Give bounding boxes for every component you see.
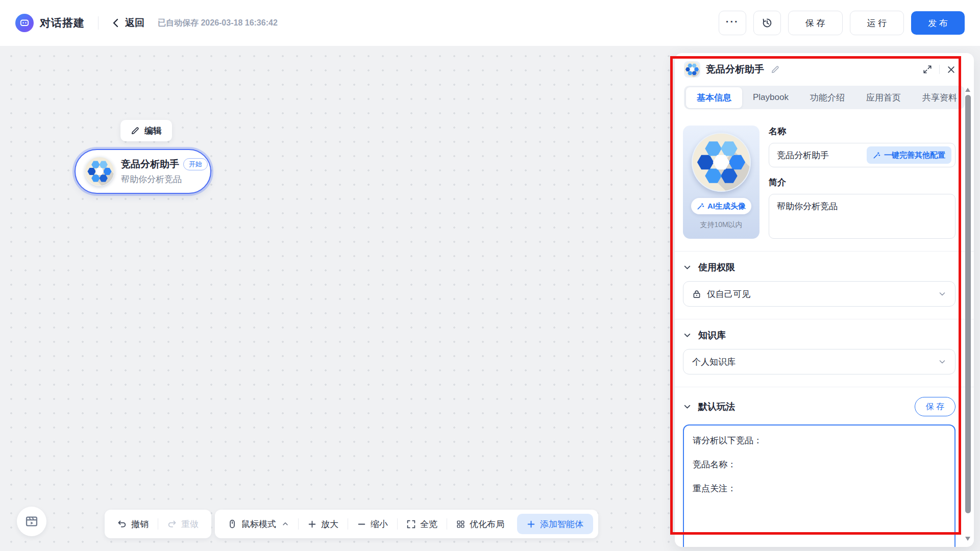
scroll-down-arrow[interactable]	[965, 537, 970, 541]
pencil-icon	[771, 65, 780, 74]
caret-up-icon	[282, 520, 289, 528]
publish-button[interactable]: 发 布	[911, 11, 965, 35]
chat-logo-icon	[19, 18, 30, 28]
optimize-layout-button[interactable]: 优化布局	[449, 514, 512, 534]
redo-label: 重做	[181, 518, 199, 530]
divider	[675, 387, 974, 387]
panel-avatar	[684, 61, 700, 78]
run-button[interactable]: 运 行	[850, 11, 904, 35]
save-button[interactable]: 保 存	[788, 11, 843, 35]
divider	[939, 65, 940, 74]
name-value: 竞品分析助手	[777, 149, 867, 161]
chevron-down-icon[interactable]	[683, 331, 692, 340]
chevron-down-icon[interactable]	[683, 263, 692, 272]
avatar-card: AI生成头像 支持10M以内	[683, 126, 760, 239]
intro-textarea[interactable]: 帮助你分析竞品	[769, 194, 955, 239]
chevron-down-icon	[938, 290, 946, 298]
undo-button[interactable]: 撤销	[110, 514, 156, 534]
default-play-line: 竞品名称：	[693, 459, 946, 470]
tutorial-video-button[interactable]	[17, 507, 46, 536]
fit-view-label: 全览	[420, 518, 437, 530]
mouse-mode-button[interactable]: 鼠标模式	[220, 514, 297, 534]
chevron-down-icon[interactable]	[683, 403, 692, 411]
permission-select[interactable]: 仅自己可见	[683, 281, 955, 307]
close-panel-button[interactable]	[947, 65, 955, 74]
tab-basic-info[interactable]: 基本信息	[686, 87, 742, 108]
fullscreen-icon	[407, 520, 415, 529]
name-label: 名称	[769, 126, 955, 137]
app-logo	[15, 14, 34, 32]
expand-icon	[923, 65, 932, 74]
agent-node-subtitle: 帮助你分析竞品	[121, 173, 201, 185]
tab-shared-materials[interactable]: 共享资料	[912, 87, 968, 108]
zoom-out-label: 缩小	[371, 518, 388, 530]
undo-redo-toolbar: 撤销 重做	[105, 510, 211, 538]
add-agent-label: 添加智能体	[540, 518, 583, 530]
chevron-left-icon	[112, 18, 120, 28]
default-play-textarea[interactable]: 请分析以下竞品： 竞品名称： 重点关注：	[683, 424, 955, 547]
add-agent-button[interactable]: 添加智能体	[517, 514, 593, 534]
minus-icon	[357, 520, 366, 529]
agent-node-title: 竞品分析助手	[121, 158, 179, 171]
tab-app-home[interactable]: 应用首页	[855, 87, 912, 108]
undo-icon	[117, 519, 127, 529]
app-title: 对话搭建	[40, 16, 85, 30]
default-play-save-button[interactable]: 保 存	[915, 397, 955, 416]
tab-feature-intro[interactable]: 功能介绍	[799, 87, 855, 108]
knowledge-section-title: 知识库	[698, 329, 726, 341]
scrollbar-thumb[interactable]	[965, 95, 971, 513]
history-button[interactable]	[753, 11, 781, 35]
magic-wand-icon	[697, 203, 704, 210]
magic-wand-icon	[873, 152, 880, 159]
divider	[348, 518, 348, 530]
rename-button[interactable]	[771, 65, 780, 74]
zoom-in-label: 放大	[321, 518, 338, 530]
fit-view-button[interactable]: 全览	[399, 514, 445, 534]
ai-generate-avatar-label: AI生成头像	[707, 202, 746, 211]
zoom-out-button[interactable]: 缩小	[350, 514, 396, 534]
autofill-config-button[interactable]: 一键完善其他配置	[867, 146, 951, 164]
mouse-mode-label: 鼠标模式	[241, 518, 276, 530]
autofill-config-label: 一键完善其他配置	[884, 151, 945, 160]
tab-playbook[interactable]: Playbook	[742, 88, 799, 107]
scroll-up-arrow[interactable]	[965, 88, 970, 92]
back-button[interactable]: 返回	[112, 16, 144, 30]
divider	[675, 251, 974, 252]
knowledge-select[interactable]: 个人知识库	[683, 349, 955, 374]
default-play-section-title: 默认玩法	[698, 400, 735, 413]
panel-scrollbar[interactable]	[965, 87, 971, 542]
plus-icon	[308, 520, 316, 529]
ai-generate-avatar-button[interactable]: AI生成头像	[691, 198, 751, 214]
start-badge: 开始	[183, 158, 208, 170]
chevron-down-icon	[938, 358, 946, 366]
autosave-status: 已自动保存 2026-03-18 16:36:42	[158, 18, 278, 29]
agent-node[interactable]: 竞品分析助手 开始 帮助你分析竞品	[75, 149, 211, 194]
name-input[interactable]: 竞品分析助手 一键完善其他配置	[769, 143, 955, 167]
video-clapper-icon	[25, 515, 38, 528]
divider	[397, 518, 398, 530]
undo-label: 撤销	[131, 518, 149, 530]
divider	[158, 518, 158, 530]
redo-icon	[167, 519, 177, 529]
agent-avatar-image	[692, 133, 751, 192]
node-edit-button[interactable]: 编辑	[120, 120, 172, 141]
permission-value: 仅自己可见	[707, 288, 933, 300]
mouse-icon	[228, 519, 237, 529]
history-clock-icon	[762, 18, 772, 28]
permission-section-title: 使用权限	[698, 261, 735, 273]
knowledge-value: 个人知识库	[692, 356, 933, 368]
more-button[interactable]: ···	[719, 11, 746, 35]
divider	[447, 518, 447, 530]
agent-node-avatar	[85, 157, 114, 186]
plus-icon	[527, 520, 535, 529]
agent-config-panel: 竞品分析助手 基本信息 Playbook 功能介绍 应用首页 共享资料	[675, 53, 974, 547]
edit-label: 编辑	[144, 125, 162, 137]
redo-button[interactable]: 重做	[160, 514, 206, 534]
panel-title: 竞品分析助手	[706, 63, 764, 76]
lock-icon	[692, 289, 701, 298]
expand-panel-button[interactable]	[923, 65, 932, 74]
view-toolbar: 鼠标模式 放大 缩小 全览 优化布局	[215, 510, 598, 538]
avatar-size-hint: 支持10M以内	[687, 220, 755, 230]
intro-label: 简介	[769, 177, 955, 188]
zoom-in-button[interactable]: 放大	[300, 514, 346, 534]
